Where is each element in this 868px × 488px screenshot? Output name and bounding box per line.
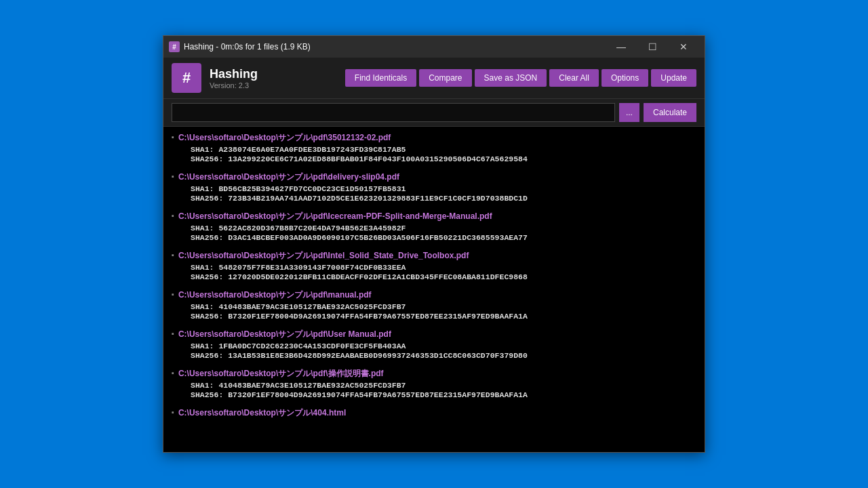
app-header: # Hashing Version: 2.3 Find Identicals C… — [163, 58, 705, 99]
sha256-hash: SHA256: 127020D5DE022012BFB11CBDEACFF02D… — [172, 272, 696, 281]
sha1-hash: SHA1: 410483BAE79AC3E105127BAE932AC5025F… — [172, 381, 696, 390]
maximize-button[interactable]: ☐ — [637, 36, 668, 58]
file-path: C:\Users\softaro\Desktop\サンプル\pdf\350121… — [178, 132, 391, 144]
window-controls: — ☐ ✕ — [606, 36, 699, 58]
input-row: ... Calculate — [163, 99, 705, 127]
close-button[interactable]: ✕ — [668, 36, 699, 58]
main-window: # Hashing - 0m:0s for 1 files (1.9 KB) —… — [163, 35, 705, 453]
file-entry: ▪C:\Users\softaro\Desktop\サンプル\404.html — [172, 407, 696, 419]
sha256-hash: SHA256: D3AC14BCBEF003AD0A9D6090107C5B26… — [172, 233, 696, 242]
minimize-button[interactable]: — — [606, 36, 637, 58]
sha256-hash: SHA256: B7320F1EF78004D9A26919074FFA54FB… — [172, 312, 696, 321]
file-path: C:\Users\softaro\Desktop\サンプル\pdf\manual… — [178, 289, 372, 301]
app-icon: # — [169, 41, 180, 52]
file-path: C:\Users\softaro\Desktop\サンプル\pdf\delive… — [178, 171, 399, 183]
app-title-block: Hashing Version: 2.3 — [210, 67, 258, 89]
clear-all-button[interactable]: Clear All — [549, 69, 599, 87]
app-name: Hashing — [210, 67, 258, 81]
path-input[interactable] — [172, 103, 615, 122]
file-entry: ▪C:\Users\softaro\Desktop\サンプル\pdf\Intel… — [172, 250, 696, 281]
file-entry: ▪C:\Users\softaro\Desktop\サンプル\pdf\deliv… — [172, 171, 696, 203]
compare-button[interactable]: Compare — [419, 69, 471, 87]
file-entry: ▪C:\Users\softaro\Desktop\サンプル\pdf\Icecr… — [172, 211, 696, 242]
sha256-hash: SHA256: 13A1B53B1E8E3B6D428D992EAABAEB0D… — [172, 351, 696, 360]
update-button[interactable]: Update — [651, 69, 696, 87]
options-button[interactable]: Options — [601, 69, 648, 87]
file-entry: ▪C:\Users\softaro\Desktop\サンプル\pdf\manua… — [172, 289, 696, 321]
app-version: Version: 2.3 — [210, 81, 258, 89]
sha1-hash: SHA1: 410483BAE79AC3E105127BAE932AC5025F… — [172, 302, 696, 311]
bullet-icon: ▪ — [172, 211, 174, 220]
sha1-hash: SHA1: A238074E6A0E7AA0FDEE3DB197243FD39C… — [172, 145, 696, 154]
window-title: Hashing - 0m:0s for 1 files (1.9 KB) — [184, 42, 311, 52]
browse-button[interactable]: ... — [619, 103, 639, 122]
sha1-hash: SHA1: 5622AC820D367B8B7C20E4DA794B562E3A… — [172, 224, 696, 232]
sha1-hash: SHA1: 1FBA0DC7CD2C62230C4A153CDF0FE3CF5F… — [172, 342, 696, 350]
find-identicals-button[interactable]: Find Identicals — [345, 69, 416, 87]
bullet-icon: ▪ — [172, 251, 174, 259]
bullet-icon: ▪ — [172, 133, 174, 141]
sha1-hash: SHA1: BD56CB25B394627FD7CC0DC23CE1D50157… — [172, 184, 696, 193]
file-path: C:\Users\softaro\Desktop\サンプル\pdf\Intel_… — [178, 250, 469, 262]
title-bar-left: # Hashing - 0m:0s for 1 files (1.9 KB) — [169, 41, 311, 52]
bullet-icon: ▪ — [172, 408, 174, 416]
title-bar: # Hashing - 0m:0s for 1 files (1.9 KB) —… — [163, 36, 705, 58]
file-entry: ▪C:\Users\softaro\Desktop\サンプル\pdf\操作説明書… — [172, 368, 696, 399]
sha256-hash: SHA256: 723B34B219AA741AAD7102D5CE1E6232… — [172, 194, 696, 203]
sha256-hash: SHA256: 13A299220CE6C71A02ED88BFBAB01F84… — [172, 155, 696, 163]
file-path: C:\Users\softaro\Desktop\サンプル\404.html — [178, 407, 346, 419]
bullet-icon: ▪ — [172, 172, 174, 180]
content-area[interactable]: ▪C:\Users\softaro\Desktop\サンプル\pdf\35012… — [163, 127, 705, 452]
bullet-icon: ▪ — [172, 369, 174, 377]
file-path: C:\Users\softaro\Desktop\サンプル\pdf\User M… — [178, 329, 391, 340]
file-path: C:\Users\softaro\Desktop\サンプル\pdf\操作説明書.… — [178, 368, 384, 380]
file-entry: ▪C:\Users\softaro\Desktop\サンプル\pdf\35012… — [172, 132, 696, 163]
bullet-icon: ▪ — [172, 290, 174, 298]
file-entry: ▪C:\Users\softaro\Desktop\サンプル\pdf\User … — [172, 329, 696, 360]
save-as-json-button[interactable]: Save as JSON — [475, 69, 547, 87]
sha256-hash: SHA256: B7320F1EF78004D9A26919074FFA54FB… — [172, 390, 696, 399]
bullet-icon: ▪ — [172, 329, 174, 338]
sha1-hash: SHA1: 5482075F7F8E31A3309143F7008F74CDF0… — [172, 263, 696, 272]
calculate-button[interactable]: Calculate — [644, 103, 696, 122]
toolbar: Find Identicals Compare Save as JSON Cle… — [266, 69, 696, 87]
file-path: C:\Users\softaro\Desktop\サンプル\pdf\Icecre… — [178, 211, 492, 222]
app-logo: # — [172, 63, 201, 93]
